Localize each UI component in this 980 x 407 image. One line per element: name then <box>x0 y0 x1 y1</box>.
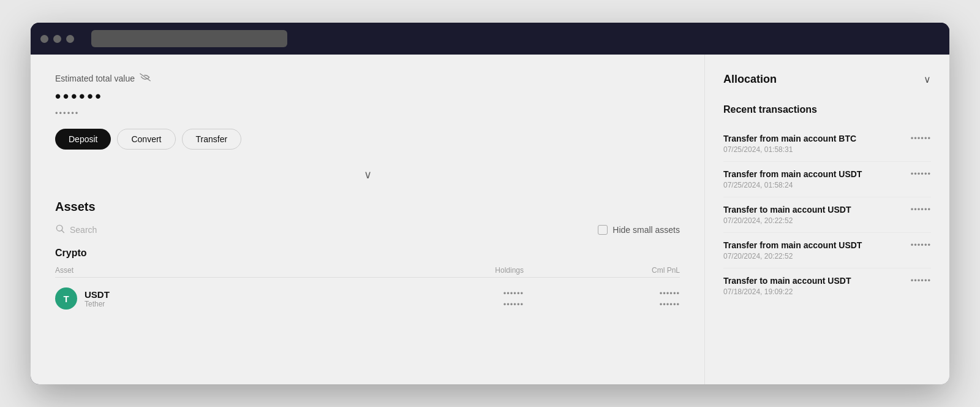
traffic-light-yellow <box>53 35 61 43</box>
right-panel: Allocation ∨ Recent transactions Transfe… <box>704 55 949 384</box>
transfer-button[interactable]: Transfer <box>182 129 242 150</box>
tx-item[interactable]: Transfer from main account BTC 07/25/202… <box>723 126 931 162</box>
browser-titlebar <box>31 23 949 55</box>
tx-amount: •••••• <box>911 240 931 249</box>
crypto-label: Crypto <box>55 248 680 259</box>
tx-details: Transfer to main account USDT 07/18/2024… <box>723 276 851 296</box>
tx-amount: •••••• <box>911 276 931 285</box>
tx-date: 07/20/2024, 20:22:52 <box>723 252 862 261</box>
browser-window: Estimated total value •••••• •••••• Depo… <box>31 23 949 384</box>
recent-transactions-title: Recent transactions <box>723 104 931 115</box>
tx-item[interactable]: Transfer from main account USDT 07/20/20… <box>723 233 931 268</box>
tx-details: Transfer from main account USDT 07/20/20… <box>723 240 862 261</box>
tx-name: Transfer to main account USDT <box>723 205 851 215</box>
tx-item[interactable]: Transfer to main account USDT 07/18/2024… <box>723 268 931 303</box>
table-row: T USDT Tether •••••• •••••• •••••• •••••… <box>55 283 680 314</box>
asset-name-group: USDT Tether <box>85 289 110 308</box>
tx-amount: •••••• <box>911 205 931 214</box>
transactions-list: Transfer from main account BTC 07/25/202… <box>723 126 931 303</box>
asset-name: USDT <box>85 289 110 300</box>
main-panel: Estimated total value •••••• •••••• Depo… <box>31 55 704 384</box>
tx-amount: •••••• <box>911 169 931 178</box>
traffic-light-green <box>66 35 74 43</box>
allocation-header: Allocation ∨ <box>723 73 931 86</box>
tx-details: Transfer to main account USDT 07/20/2024… <box>723 205 851 225</box>
expand-chevron[interactable]: ∨ <box>55 168 680 181</box>
tx-date: 07/25/2024, 01:58:31 <box>723 145 856 154</box>
estimated-label-text: Estimated total value <box>55 74 135 83</box>
table-header: Asset Holdings Cml PnL <box>55 264 680 278</box>
tx-name: Transfer from main account USDT <box>723 169 862 179</box>
estimated-total-label: Estimated total value <box>55 73 680 83</box>
browser-content: Estimated total value •••••• •••••• Depo… <box>31 55 949 384</box>
asset-pnl: •••••• •••••• <box>524 289 680 309</box>
address-bar[interactable] <box>91 30 287 47</box>
col-asset: Asset <box>55 266 368 275</box>
total-value-masked: •••••• <box>55 87 680 106</box>
usdt-icon: T <box>55 287 77 310</box>
asset-info: T USDT Tether <box>55 287 368 310</box>
allocation-chevron-icon[interactable]: ∨ <box>924 74 931 85</box>
tx-details: Transfer from main account USDT 07/25/20… <box>723 169 862 189</box>
tx-details: Transfer from main account BTC 07/25/202… <box>723 134 856 154</box>
total-value-secondary: •••••• <box>55 108 680 118</box>
asset-holdings: •••••• •••••• <box>368 289 524 309</box>
search-placeholder: Search <box>70 225 97 235</box>
tx-name: Transfer to main account USDT <box>723 276 851 286</box>
allocation-title: Allocation <box>723 73 777 86</box>
asset-sub: Tether <box>85 300 110 308</box>
convert-button[interactable]: Convert <box>117 129 175 150</box>
search-icon <box>55 224 65 235</box>
tx-date: 07/20/2024, 20:22:52 <box>723 216 851 225</box>
traffic-light-red <box>40 35 48 43</box>
tx-date: 07/18/2024, 19:09:22 <box>723 287 851 296</box>
hide-small-assets[interactable]: Hide small assets <box>598 225 680 235</box>
deposit-button[interactable]: Deposit <box>55 129 111 150</box>
tx-date: 07/25/2024, 01:58:24 <box>723 181 862 189</box>
tx-item[interactable]: Transfer from main account USDT 07/25/20… <box>723 162 931 197</box>
assets-section: Assets Search Hide small asset <box>55 200 680 314</box>
action-buttons-row: Deposit Convert Transfer <box>55 129 680 150</box>
tx-name: Transfer from main account USDT <box>723 240 862 250</box>
hide-small-label: Hide small assets <box>612 225 680 235</box>
tx-amount: •••••• <box>911 134 931 143</box>
tx-name: Transfer from main account BTC <box>723 134 856 143</box>
tx-item[interactable]: Transfer to main account USDT 07/20/2024… <box>723 197 931 233</box>
col-holdings: Holdings <box>368 266 524 275</box>
assets-title: Assets <box>55 200 680 214</box>
hide-small-checkbox[interactable] <box>598 225 608 235</box>
search-row: Search Hide small assets <box>55 224 680 235</box>
eye-slash-icon[interactable] <box>140 73 151 83</box>
col-cml-pnl: Cml PnL <box>524 266 680 275</box>
search-box[interactable]: Search <box>55 224 97 235</box>
svg-line-1 <box>62 230 64 233</box>
